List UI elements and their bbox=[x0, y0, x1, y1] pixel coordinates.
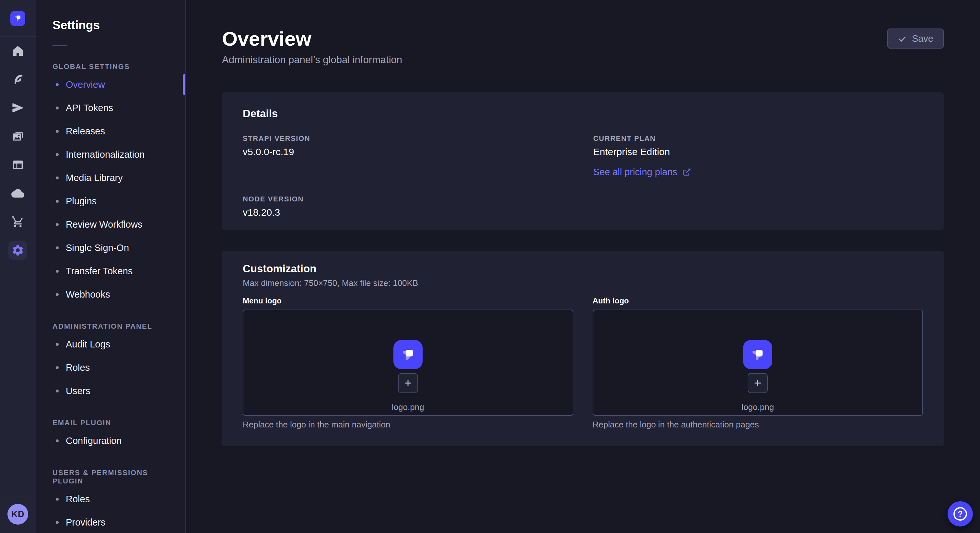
auth-logo-dropzone[interactable]: logo.png bbox=[593, 309, 923, 416]
nav-marketplace[interactable] bbox=[3, 208, 32, 236]
section-global-settings: GLOBAL SETTINGS Overview API Tokens Rele… bbox=[52, 62, 169, 306]
external-link-icon bbox=[682, 168, 691, 176]
pictures-icon bbox=[8, 127, 27, 146]
cart-icon bbox=[8, 213, 27, 231]
sidebar-item-admin-users[interactable]: Users bbox=[52, 379, 169, 403]
auth-logo-label: Auth logo bbox=[593, 296, 923, 306]
menu-logo-add-button[interactable] bbox=[398, 373, 418, 393]
sidebar-item-api-tokens[interactable]: API Tokens bbox=[52, 96, 169, 119]
strapi-logo-icon bbox=[14, 14, 22, 23]
section-title: ADMINISTRATION PANEL bbox=[52, 322, 169, 331]
app-window: KD Settings GLOBAL SETTINGS Overview API… bbox=[0, 0, 980, 533]
rail-nav bbox=[0, 36, 36, 265]
section-list: Roles Providers bbox=[52, 487, 169, 533]
home-icon bbox=[8, 41, 27, 60]
section-administration-panel: ADMINISTRATION PANEL Audit Logs Roles Us… bbox=[52, 322, 169, 403]
sidebar-item-media-library[interactable]: Media Library bbox=[52, 166, 169, 189]
auth-logo-file-name: logo.png bbox=[741, 402, 774, 412]
customization-card: Customization Max dimension: 750×750, Ma… bbox=[222, 251, 944, 446]
sidebar-item-up-providers[interactable]: Providers bbox=[52, 511, 169, 533]
nav-home[interactable] bbox=[3, 36, 32, 65]
current-plan-field: CURRENT PLAN Enterprise Edition bbox=[593, 134, 923, 158]
content: Overview Administration panel’s global i… bbox=[186, 0, 980, 446]
strapi-version-field: STRAPI VERSION v5.0.0-rc.19 bbox=[243, 134, 573, 158]
logo-grid: Menu logo bbox=[243, 296, 923, 429]
sidebar-item-admin-roles[interactable]: Roles bbox=[52, 356, 169, 379]
sidebar-item-single-sign-on[interactable]: Single Sign-On bbox=[52, 236, 169, 259]
auth-logo-add-button[interactable] bbox=[748, 373, 768, 393]
nav-content-type-builder[interactable] bbox=[3, 151, 32, 179]
field-value: v18.20.3 bbox=[243, 206, 573, 218]
section-list: Audit Logs Roles Users bbox=[52, 333, 169, 403]
details-card: Details STRAPI VERSION v5.0.0-rc.19 NODE… bbox=[222, 92, 944, 230]
page-header-text: Overview Administration panel’s global i… bbox=[222, 27, 402, 66]
subnav-title: Settings bbox=[52, 18, 169, 32]
main-nav-rail: KD bbox=[0, 0, 36, 533]
nav-releases[interactable] bbox=[3, 94, 32, 122]
settings-subnav: Settings GLOBAL SETTINGS Overview API To… bbox=[36, 0, 186, 533]
details-card-title: Details bbox=[243, 107, 923, 120]
sidebar-item-releases[interactable]: Releases bbox=[52, 119, 169, 143]
sidebar-item-transfer-tokens[interactable]: Transfer Tokens bbox=[52, 259, 169, 283]
plus-icon bbox=[403, 378, 413, 388]
section-list: Configuration bbox=[52, 429, 169, 452]
rail-bottom-divider bbox=[0, 496, 36, 497]
main-area: Overview Administration panel’s global i… bbox=[186, 0, 980, 533]
nav-media-library[interactable] bbox=[3, 122, 32, 151]
page-header: Overview Administration panel’s global i… bbox=[222, 0, 944, 66]
field-value: Enterprise Edition bbox=[593, 146, 923, 158]
section-title: USERS & PERMISSIONS PLUGIN bbox=[52, 468, 169, 485]
menu-logo-label: Menu logo bbox=[243, 296, 573, 306]
details-right-column: CURRENT PLAN Enterprise Edition See all … bbox=[593, 134, 923, 218]
section-users-permissions-plugin: USERS & PERMISSIONS PLUGIN Roles Provide… bbox=[52, 468, 169, 533]
customization-subtitle: Max dimension: 750×750, Max file size: 1… bbox=[243, 278, 923, 288]
sidebar-item-email-configuration[interactable]: Configuration bbox=[52, 429, 169, 452]
sidebar-item-overview[interactable]: Overview bbox=[52, 73, 169, 96]
details-grid: STRAPI VERSION v5.0.0-rc.19 NODE VERSION… bbox=[243, 134, 923, 218]
nav-content-manager[interactable] bbox=[3, 65, 32, 94]
node-version-field: NODE VERSION v18.20.3 bbox=[243, 195, 573, 218]
cloud-icon bbox=[8, 184, 27, 203]
sidebar-item-up-roles[interactable]: Roles bbox=[52, 487, 169, 511]
help-button[interactable]: ? bbox=[948, 501, 973, 527]
page-title: Overview bbox=[222, 27, 402, 51]
subnav-title-divider bbox=[52, 45, 67, 46]
auth-logo-field: Auth logo bbox=[593, 296, 923, 429]
menu-logo-dropzone[interactable]: logo.png bbox=[243, 309, 573, 416]
section-email-plugin: EMAIL PLUGIN Configuration bbox=[52, 419, 169, 452]
strapi-home-logo[interactable] bbox=[10, 11, 25, 26]
customization-card-title: Customization bbox=[243, 262, 923, 275]
menu-logo-file-name: logo.png bbox=[392, 402, 424, 412]
field-label: CURRENT PLAN bbox=[593, 134, 923, 143]
section-title: EMAIL PLUGIN bbox=[52, 419, 169, 427]
sidebar-item-plugins[interactable]: Plugins bbox=[52, 189, 169, 213]
strapi-logo-icon bbox=[743, 340, 772, 369]
menu-logo-field: Menu logo bbox=[243, 296, 573, 429]
sidebar-item-audit-logs[interactable]: Audit Logs bbox=[52, 333, 169, 356]
details-left-column: STRAPI VERSION v5.0.0-rc.19 NODE VERSION… bbox=[243, 134, 573, 218]
section-list: Overview API Tokens Releases Internation… bbox=[52, 73, 169, 306]
page-subtitle: Administration panel’s global informatio… bbox=[222, 54, 402, 66]
field-label: STRAPI VERSION bbox=[243, 134, 573, 143]
feather-icon bbox=[8, 70, 27, 89]
question-mark-icon: ? bbox=[953, 507, 967, 521]
sidebar-item-internationalization[interactable]: Internationalization bbox=[52, 143, 169, 166]
layout-icon bbox=[8, 155, 27, 174]
check-icon bbox=[898, 34, 907, 43]
pricing-plans-link-label: See all pricing plans bbox=[593, 166, 678, 178]
strapi-logo-icon bbox=[393, 340, 423, 369]
menu-logo-hint: Replace the logo in the main navigation bbox=[243, 420, 573, 429]
gear-icon bbox=[8, 241, 27, 260]
nav-deploy[interactable] bbox=[3, 179, 32, 208]
pricing-plans-link[interactable]: See all pricing plans bbox=[593, 166, 692, 178]
save-button[interactable]: Save bbox=[887, 29, 944, 49]
rail-bottom: KD bbox=[0, 496, 36, 533]
field-value: v5.0.0-rc.19 bbox=[243, 146, 573, 158]
field-label: NODE VERSION bbox=[243, 195, 573, 203]
nav-settings[interactable] bbox=[3, 236, 32, 265]
sidebar-item-webhooks[interactable]: Webhooks bbox=[52, 283, 169, 306]
user-avatar[interactable]: KD bbox=[8, 504, 28, 525]
section-title: GLOBAL SETTINGS bbox=[52, 62, 169, 71]
sidebar-item-review-workflows[interactable]: Review Workflows bbox=[52, 213, 169, 236]
auth-logo-hint: Replace the logo in the authentication p… bbox=[593, 420, 923, 429]
